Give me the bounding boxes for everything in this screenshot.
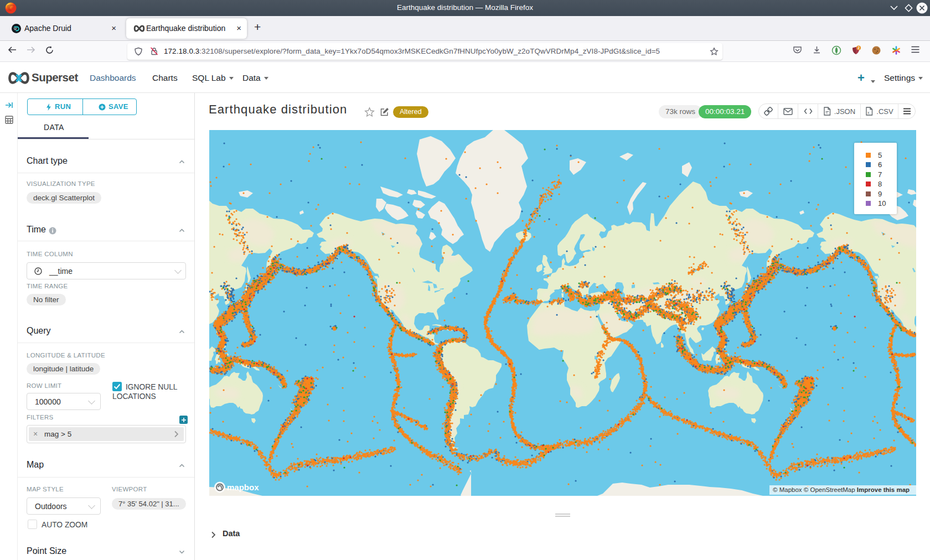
svg-text:2: 2 [857,46,860,50]
svg-text:x: x [867,111,870,115]
svg-text:mapbox: mapbox [227,483,259,492]
